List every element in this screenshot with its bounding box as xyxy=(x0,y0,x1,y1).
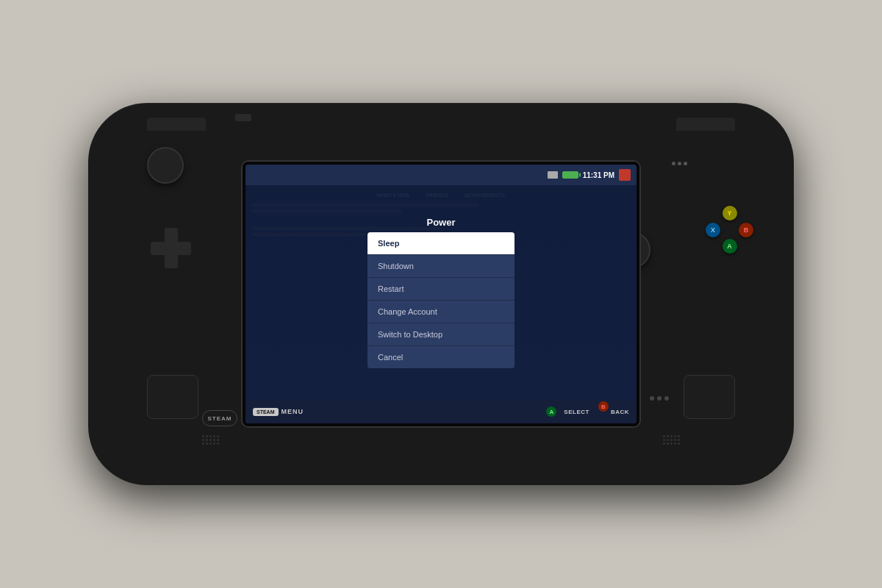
dpad[interactable] xyxy=(151,228,191,268)
modal-overlay: Power Sleep Shutdown Restart Change Acco… xyxy=(245,185,637,400)
status-bar: 11:31 PM xyxy=(245,165,637,185)
left-thumbstick[interactable] xyxy=(147,147,184,184)
select-label: SELECT xyxy=(564,409,589,415)
notification-icon xyxy=(548,171,558,179)
right-side-dots xyxy=(650,396,669,401)
time-display: 11:31 PM xyxy=(583,171,614,179)
back-label: BACK xyxy=(611,409,629,415)
abxy-cluster: Y X B A xyxy=(706,206,753,254)
dialog-title: Power xyxy=(368,217,514,228)
back-action: B BACK xyxy=(598,406,629,417)
options-dot xyxy=(678,162,681,165)
cancel-option[interactable]: Cancel xyxy=(368,346,514,368)
restart-option[interactable]: Restart xyxy=(368,278,514,301)
b-button[interactable]: B xyxy=(739,223,753,237)
left-speaker xyxy=(202,435,219,445)
left-trackpad[interactable] xyxy=(147,375,198,419)
right-shoulder-button[interactable] xyxy=(676,118,735,131)
options-cluster xyxy=(672,162,687,165)
power-menu-list: Sleep Shutdown Restart Change Account Sw… xyxy=(368,232,514,368)
screen: 11:31 PM WHAT'S NEW FRIENDS ACHIEVEMENTS xyxy=(245,165,637,423)
power-dialog: Power Sleep Shutdown Restart Change Acco… xyxy=(368,217,514,368)
svg-line-2 xyxy=(553,173,556,176)
dpad-vertical xyxy=(165,228,178,268)
left-shoulder-button[interactable] xyxy=(147,118,206,131)
bottom-bar: STEAM MENU A SELECT B BACK xyxy=(245,400,637,423)
a-button[interactable]: A xyxy=(723,239,737,254)
x-button[interactable]: X xyxy=(706,223,720,237)
steam-hardware-button[interactable]: STEAM xyxy=(202,410,237,426)
battery-icon xyxy=(562,171,578,179)
a-circle: A xyxy=(546,406,556,417)
user-avatar xyxy=(619,169,631,181)
charge-port xyxy=(235,114,251,121)
shutdown-option[interactable]: Shutdown xyxy=(368,255,514,278)
svg-line-1 xyxy=(550,173,553,176)
select-action: A SELECT xyxy=(551,406,589,417)
switch-desktop-option[interactable]: Switch to Desktop xyxy=(368,323,514,346)
y-button[interactable]: Y xyxy=(723,206,737,220)
change-account-option[interactable]: Change Account xyxy=(368,301,514,323)
steam-badge: STEAM xyxy=(253,408,279,416)
right-trackpad[interactable] xyxy=(684,375,735,419)
bottom-actions: A SELECT B BACK xyxy=(551,406,629,417)
steam-menu-button[interactable]: STEAM MENU xyxy=(253,408,304,416)
screen-bezel: 11:31 PM WHAT'S NEW FRIENDS ACHIEVEMENTS xyxy=(243,162,639,426)
options-dot xyxy=(672,162,675,165)
right-speaker xyxy=(663,435,680,445)
screen-content: WHAT'S NEW FRIENDS ACHIEVEMENTS Power Sl… xyxy=(245,185,637,400)
sleep-option[interactable]: Sleep xyxy=(368,232,514,255)
options-dot xyxy=(684,162,687,165)
steam-deck-device: STEAM Y X B A xyxy=(88,103,794,485)
menu-label: MENU xyxy=(282,408,304,415)
b-circle: B xyxy=(598,401,609,412)
